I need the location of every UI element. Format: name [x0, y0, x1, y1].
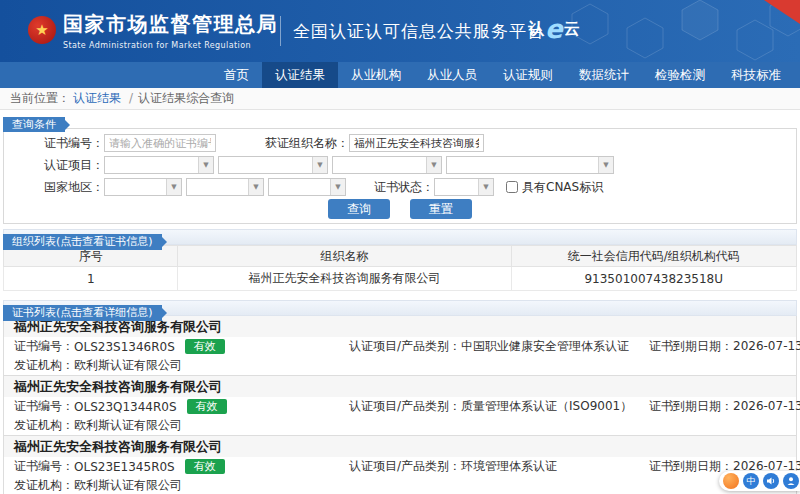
cert-card-3[interactable]: 福州正先安全科技咨询服务有限公司 证书编号：OLS23E1345R0S 有效 认… [4, 436, 796, 494]
chevron-down-icon: ▼ [330, 179, 345, 195]
nav-item-agencies[interactable]: 从业机构 [338, 62, 414, 88]
chevron-down-icon: ▼ [166, 179, 181, 195]
logo-e: e [545, 14, 563, 44]
org-section-tab: 组织列表(点击查看证书信息) [3, 234, 162, 250]
org-row-code[interactable]: 91350100743823518U [511, 267, 797, 291]
status-badge: 有效 [185, 459, 225, 474]
reset-button[interactable]: 重置 [410, 199, 472, 219]
cnas-checkbox-group: 具有CNAS标识 [506, 179, 603, 196]
platform-title: 全国认证认可信息公共服务平台 [293, 20, 545, 43]
chevron-down-icon: ▼ [426, 157, 441, 173]
cert-org-name: 福州正先安全科技咨询服务有限公司 [4, 436, 796, 457]
cert-no-value: OLS23Q1344R0S [74, 400, 177, 414]
issuer-label: 发证机构： [14, 418, 74, 432]
cert-card-list: 福州正先安全科技咨询服务有限公司 证书编号：OLS23S1346R0S 有效 认… [3, 316, 797, 494]
chevron-down-icon: ▼ [312, 157, 327, 173]
form-row-3: 国家地区： ▼ ▼ ▼ 证书状态： ▼ 具有CNAS标识 [4, 177, 796, 197]
logo-ren: 认 [528, 14, 544, 44]
nav-item-inspection[interactable]: 检验检测 [642, 62, 718, 88]
org-row-index[interactable]: 1 [4, 267, 178, 291]
cert-section-header: 证书列表(点击查看详细信息) [3, 300, 797, 316]
chevron-down-icon: ▼ [598, 157, 613, 173]
search-button[interactable]: 查询 [328, 199, 390, 219]
breadcrumb-current: 认证结果综合查询 [138, 91, 234, 105]
org-table: 序号 组织名称 统一社会信用代码/组织机构代码 1 福州正先安全科技咨询服务有限… [3, 245, 797, 291]
nav-item-cert-results[interactable]: 认证结果 [262, 62, 338, 88]
chinese-lang-icon[interactable]: 中 [743, 473, 759, 489]
col-credit-code: 统一社会信用代码/组织机构代码 [511, 246, 797, 267]
form-buttons: 查询 重置 [4, 199, 796, 219]
cert-org-name: 福州正先安全科技咨询服务有限公司 [4, 376, 796, 397]
cert-status-select[interactable]: ▼ [434, 178, 494, 196]
cert-no-value: OLS23S1346R0S [74, 340, 175, 354]
org-row-name[interactable]: 福州正先安全科技咨询服务有限公司 [178, 267, 511, 291]
project-label: 认证项目/产品类别： [349, 459, 461, 473]
ren-e-yun-logo: 认 e 云 [528, 14, 580, 44]
national-emblem-icon: ★ [28, 16, 56, 44]
col-org-name: 组织名称 [178, 246, 511, 267]
cert-no-label: 证书编号： [14, 458, 74, 475]
chevron-down-icon: ▼ [198, 157, 213, 173]
cert-detail-row: 证书编号：OLS23Q1344R0S 有效 认证项目/产品类别：质量管理体系认证… [4, 397, 796, 416]
cert-no-label: 证书编号： [14, 398, 74, 415]
nav-item-personnel[interactable]: 从业人员 [414, 62, 490, 88]
chevron-down-icon: ▼ [248, 179, 263, 195]
issuer-label: 发证机构： [14, 358, 74, 372]
table-row[interactable]: 1 福州正先安全科技咨询服务有限公司 91350100743823518U [4, 267, 797, 291]
query-section-tab: 查询条件 [3, 117, 65, 132]
expiry-label: 证书到期日期： [649, 399, 733, 413]
cert-detail-row: 证书编号：OLS23S1346R0S 有效 认证项目/产品类别：中国职业健康安全… [4, 337, 796, 356]
project-value: 质量管理体系认证（ISO9001） [461, 399, 632, 413]
issuer-value: 欧利斯认证有限公司 [74, 478, 182, 492]
emblem-star-glyph: ★ [35, 21, 48, 39]
issuer-value: 欧利斯认证有限公司 [74, 418, 182, 432]
region-select-1[interactable]: ▼ [104, 178, 182, 196]
cert-no-label: 证书编号： [14, 338, 74, 355]
cert-project-select-3[interactable]: ▼ [332, 156, 442, 174]
region-select-2[interactable]: ▼ [186, 178, 264, 196]
form-row-1: 证书编号： 获证组织名称： [4, 133, 796, 153]
cert-project-select-2[interactable]: ▼ [218, 156, 328, 174]
status-badge: 有效 [185, 339, 225, 354]
cert-card-2[interactable]: 福州正先安全科技咨询服务有限公司 证书编号：OLS23Q1344R0S 有效 认… [4, 376, 796, 436]
cert-no-value: OLS23E1345R0S [74, 460, 175, 474]
cert-card-1[interactable]: 福州正先安全科技咨询服务有限公司 证书编号：OLS23S1346R0S 有效 认… [4, 316, 796, 376]
corner-ribbon [764, 0, 800, 24]
logo-yun: 云 [564, 14, 580, 44]
nav-item-home[interactable]: 首页 [211, 62, 262, 88]
breadcrumb-prefix: 当前位置： [10, 91, 70, 105]
cert-project-select-1[interactable]: ▼ [104, 156, 214, 174]
region-label: 国家地区： [4, 179, 104, 196]
query-form: 证书编号： 获证组织名称： 认证项目： ▼ ▼ ▼ ▼ 国家地区： ▼ ▼ ▼ … [3, 128, 797, 224]
cert-no-input[interactable] [104, 134, 216, 152]
region-select-3[interactable]: ▼ [268, 178, 346, 196]
chevron-down-icon: ▼ [478, 179, 493, 195]
breadcrumb-separator: / [129, 91, 133, 105]
cert-section-tab: 证书列表(点击查看详细信息) [3, 305, 162, 321]
expiry-value: 2026-07-13 [733, 339, 800, 353]
query-section-header: 查询条件 [3, 113, 800, 128]
nav-item-statistics[interactable]: 数据统计 [566, 62, 642, 88]
agency-title-en: State Administration for Market Regulati… [63, 41, 278, 50]
nav-item-standards[interactable]: 科技标准 [718, 62, 794, 88]
issuer-value: 欧利斯认证有限公司 [74, 358, 182, 372]
project-value: 中国职业健康安全管理体系认证 [461, 339, 629, 353]
nav-item-rules[interactable]: 认证规则 [490, 62, 566, 88]
project-label: 认证项目/产品类别： [349, 339, 461, 353]
org-name-input[interactable] [349, 134, 484, 152]
status-badge: 有效 [187, 399, 227, 414]
user-icon[interactable] [783, 473, 799, 489]
cnas-label: 具有CNAS标识 [522, 179, 603, 196]
cert-project-select-4[interactable]: ▼ [446, 156, 614, 174]
cert-issuer-row: 发证机构：欧利斯认证有限公司 [4, 476, 796, 494]
cnas-checkbox[interactable] [506, 181, 518, 193]
speaker-icon[interactable] [763, 473, 779, 489]
project-value: 环境管理体系认证 [461, 459, 557, 473]
project-label: 认证项目/产品类别： [349, 399, 461, 413]
org-name-label: 获证组织名称： [216, 135, 349, 152]
breadcrumb-link[interactable]: 认证结果 [73, 91, 121, 105]
cert-no-label: 证书编号： [4, 135, 104, 152]
cert-issuer-row: 发证机构：欧利斯认证有限公司 [4, 416, 796, 435]
cert-detail-row: 证书编号：OLS23E1345R0S 有效 认证项目/产品类别：环境管理体系认证… [4, 457, 796, 476]
mascot-icon[interactable] [723, 473, 739, 489]
